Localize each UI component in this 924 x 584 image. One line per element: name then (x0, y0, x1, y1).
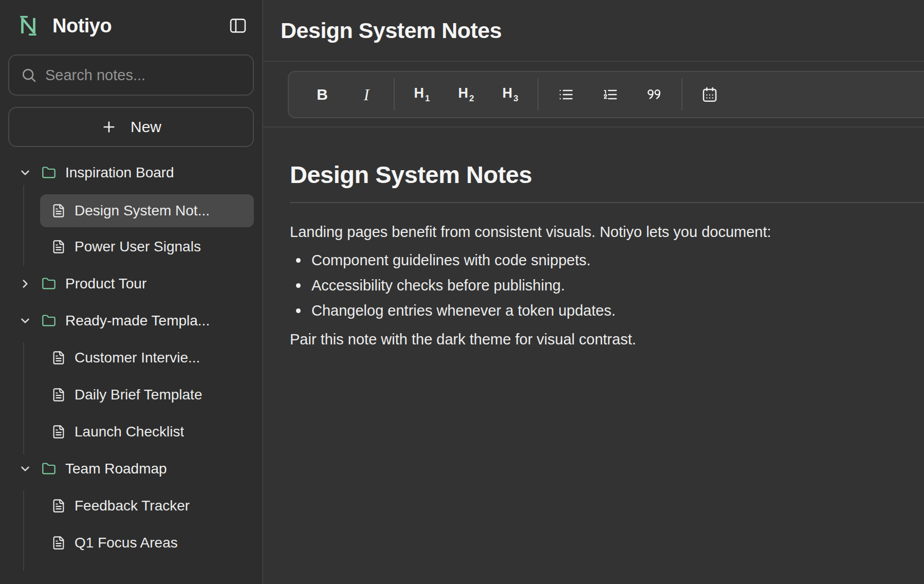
tree-folder-product-tour[interactable]: Product Tour (8, 268, 254, 299)
tree-note-design-system-notes[interactable]: Design System Not... (40, 194, 254, 227)
search-box (8, 54, 254, 96)
heading-1-icon: H1 (414, 85, 430, 103)
bullet-list-button[interactable] (544, 78, 588, 112)
formatting-toolbar: B I H1 H2 H3 (288, 71, 924, 118)
italic-button[interactable]: I (344, 78, 389, 112)
main-panel: Design System Notes B I H1 H2 H3 (263, 0, 924, 584)
folder-icon (41, 277, 57, 291)
tree-guide-line (23, 185, 24, 266)
bold-icon: B (317, 86, 328, 103)
tree-note-label: Daily Brief Template (75, 387, 202, 403)
bullet-list-icon (558, 86, 574, 103)
note-editor[interactable]: Design System Notes Landing pages benefi… (263, 160, 924, 352)
document-bullet-list: Component guidelines with code snippets.… (290, 248, 924, 323)
folder-icon (41, 462, 57, 476)
note-header-title: Design System Notes (281, 18, 502, 43)
tree-note-label: Launch Checklist (75, 424, 184, 440)
file-text-icon (51, 350, 66, 366)
tree-note-q1-focus-areas[interactable]: Q1 Focus Areas (40, 527, 254, 558)
tree-note-customer-interviews[interactable]: Customer Intervie... (40, 342, 254, 373)
heading-1-button[interactable]: H1 (400, 78, 444, 112)
sidebar: Notiyo New (0, 0, 263, 584)
heading-3-icon: H3 (503, 85, 519, 103)
file-text-icon (51, 203, 66, 218)
tree-folder-label: Inspiration Board (65, 165, 174, 181)
ordered-list-icon (602, 86, 618, 103)
bold-button[interactable]: B (300, 78, 344, 112)
chevron-down-icon (19, 462, 32, 476)
panel-left-icon (228, 16, 248, 35)
ordered-list-button[interactable] (588, 78, 632, 112)
tree-guide-line (23, 342, 24, 454)
chevron-down-icon (19, 314, 32, 327)
sidebar-header: Notiyo (8, 12, 254, 39)
tree-note-launch-checklist[interactable]: Launch Checklist (40, 416, 254, 447)
document-intro-paragraph: Landing pages benefit from consistent vi… (290, 220, 924, 244)
tree-folder-inspiration-board[interactable]: Inspiration Board (8, 157, 254, 188)
calendar-icon (701, 86, 718, 103)
tree-guide-line (23, 490, 24, 571)
tree-note-label: Customer Intervie... (75, 350, 200, 366)
italic-icon: I (364, 85, 369, 104)
chevron-right-icon (19, 277, 32, 290)
bullet-item: Component guidelines with code snippets. (296, 248, 924, 273)
toolbar-strip: B I H1 H2 H3 (263, 62, 924, 127)
app-title: Notiyo (52, 15, 112, 37)
tree-note-label: Design System Not... (75, 203, 210, 219)
plus-icon (101, 119, 117, 135)
quote-icon (645, 86, 663, 103)
heading-2-button[interactable]: H2 (444, 78, 488, 112)
app-logo-n-monogram-icon (17, 14, 39, 38)
folder-icon (41, 314, 57, 328)
tree-note-daily-brief-template[interactable]: Daily Brief Template (40, 379, 254, 410)
tree-note-power-user-signals[interactable]: Power User Signals (40, 231, 254, 262)
heading-2-icon: H2 (458, 85, 474, 103)
calendar-button[interactable] (688, 78, 732, 112)
tree-folder-label: Ready-made Templa... (65, 313, 210, 329)
file-text-icon (51, 424, 66, 440)
tree-note-label: Q1 Focus Areas (75, 535, 178, 551)
tree-note-label: Power User Signals (75, 239, 201, 255)
heading-3-button[interactable]: H3 (488, 78, 532, 112)
folder-icon (41, 166, 57, 180)
new-note-button[interactable]: New (8, 107, 254, 147)
toolbar-divider (394, 79, 395, 111)
chevron-down-icon (19, 166, 32, 179)
tree-folder-label: Team Roadmap (65, 461, 167, 477)
tree-folder-ready-made-templates[interactable]: Ready-made Templa... (8, 305, 254, 336)
search-icon (21, 67, 37, 83)
search-input[interactable] (45, 67, 242, 84)
toolbar-divider (681, 79, 682, 111)
file-text-icon (51, 239, 66, 254)
file-text-icon (51, 387, 66, 403)
bullet-item: Accessibility checks before publishing. (296, 273, 924, 298)
title-divider (290, 202, 924, 203)
notes-tree: Inspiration Board Design System Not... P… (8, 157, 254, 558)
note-header: Design System Notes (263, 0, 924, 62)
new-note-button-label: New (131, 118, 161, 136)
toolbar-divider (538, 79, 539, 111)
document-outro-paragraph: Pair this note with the dark theme for v… (290, 327, 924, 352)
tree-folder-label: Product Tour (65, 276, 146, 292)
sidebar-toggle-button[interactable] (227, 15, 249, 36)
bullet-item: Changelog entries whenever a token updat… (296, 298, 924, 323)
quote-button[interactable] (632, 78, 676, 112)
tree-note-label: Feedback Tracker (75, 498, 190, 514)
tree-folder-team-roadmap[interactable]: Team Roadmap (8, 453, 254, 484)
file-text-icon (51, 498, 66, 514)
file-text-icon (51, 535, 66, 551)
document-title: Design System Notes (290, 160, 924, 189)
tree-note-feedback-tracker[interactable]: Feedback Tracker (40, 490, 254, 521)
